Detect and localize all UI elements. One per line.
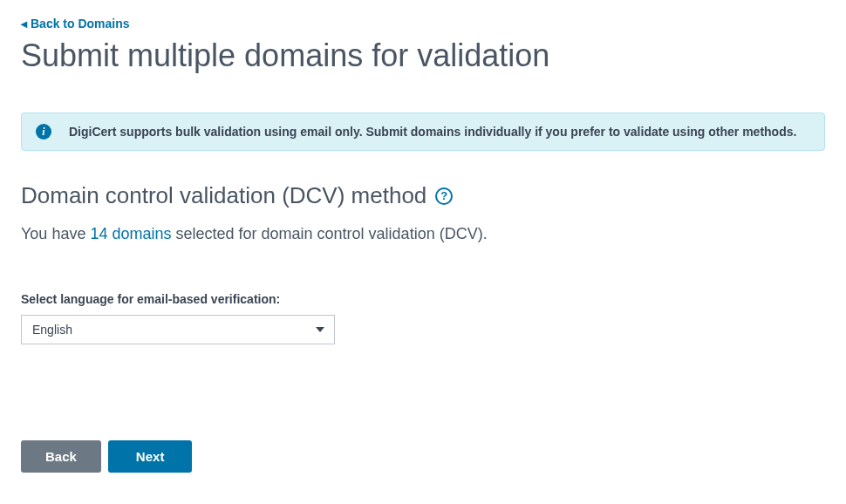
selection-suffix: selected for domain control validation (… bbox=[171, 225, 487, 242]
section-title-row: Domain control validation (DCV) method ? bbox=[21, 182, 825, 209]
selection-summary: You have 14 domains selected for domain … bbox=[21, 225, 825, 243]
info-icon: i bbox=[36, 124, 51, 140]
language-select[interactable]: English bbox=[21, 315, 335, 344]
dcv-section-title: Domain control validation (DCV) method bbox=[21, 182, 426, 209]
info-banner: i DigiCert supports bulk validation usin… bbox=[21, 112, 825, 151]
language-field: Select language for email-based verifica… bbox=[21, 292, 825, 344]
selected-domains-link[interactable]: 14 domains bbox=[90, 225, 171, 242]
selection-prefix: You have bbox=[21, 225, 90, 242]
language-field-label: Select language for email-based verifica… bbox=[21, 292, 825, 306]
back-to-domains-link[interactable]: ◂ Back to Domains bbox=[21, 17, 130, 31]
page-title: Submit multiple domains for validation bbox=[21, 37, 825, 74]
back-caret-icon: ◂ bbox=[21, 17, 27, 31]
next-button[interactable]: Next bbox=[108, 440, 193, 473]
button-row: Back Next bbox=[21, 440, 825, 473]
back-button[interactable]: Back bbox=[21, 440, 101, 473]
help-icon[interactable]: ? bbox=[435, 187, 453, 205]
back-link-label: Back to Domains bbox=[31, 17, 130, 31]
info-banner-text: DigiCert supports bulk validation using … bbox=[69, 125, 796, 139]
language-select-wrap: English bbox=[21, 315, 335, 344]
